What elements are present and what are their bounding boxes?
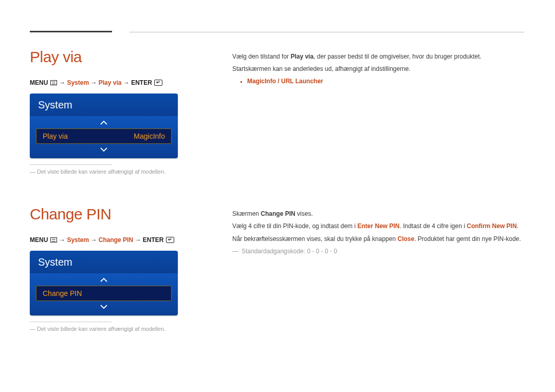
breadcrumb-enter-label: ENTER: [143, 236, 164, 244]
text-orange: Close: [397, 235, 414, 242]
bullet-icon: [240, 81, 242, 83]
bullet-text: MagicInfo / URL Launcher: [247, 78, 323, 85]
osd-panel-play-via: System Play via MagicInfo: [30, 94, 178, 158]
text-fragment: , der passer bedst til de omgivelser, hv…: [313, 53, 482, 60]
breadcrumb-menu-label: MENU: [30, 236, 48, 244]
enter-icon: [166, 237, 174, 243]
osd-row-change-pin[interactable]: Change PIN: [36, 286, 172, 301]
section-play-via-left: Play via MENU → System → Play via → ENTE…: [30, 48, 205, 176]
page-accent-bar: [30, 31, 112, 32]
osd-panel-title: System: [30, 251, 178, 273]
chevron-down-icon[interactable]: [36, 302, 172, 311]
arrow-icon: →: [59, 79, 67, 86]
play-via-desc-line2: Startskærmen kan se anderledes ud, afhæn…: [232, 64, 525, 74]
breadcrumb-system: System: [67, 236, 89, 244]
default-pin-note: Standardadgangskode: 0 - 0 - 0 - 0: [232, 246, 525, 256]
chevron-down-icon[interactable]: [36, 145, 172, 154]
change-pin-line1: Skærmen Change PIN vises.: [232, 209, 525, 219]
arrow-icon: →: [59, 236, 67, 244]
heading-play-via: Play via: [30, 48, 205, 66]
model-disclaimer: Det viste billede kan variere afhængigt …: [30, 325, 205, 333]
breadcrumb-item: Change PIN: [99, 236, 133, 244]
text-orange: Confirm New PIN: [467, 222, 516, 230]
change-pin-line3: Når bekræftelsesskærmen vises, skal du t…: [232, 234, 525, 244]
text-fragment: Vælg den tilstand for: [232, 53, 290, 60]
page-top-divider: [130, 32, 524, 32]
osd-panel-body: Play via MagicInfo: [30, 116, 178, 158]
enter-icon: [154, 80, 162, 86]
change-pin-line2: Vælg 4 cifre til din PIN-kode, og indtas…: [232, 221, 525, 231]
text-fragment: . Indtast de 4 cifre igen i: [399, 222, 467, 230]
section-play-via-right: Vælg den tilstand for Play via, der pass…: [232, 51, 525, 85]
section-change-pin-right: Skærmen Change PIN vises. Vælg 4 cifre t…: [232, 209, 525, 257]
arrow-icon: →: [90, 236, 98, 244]
breadcrumb-play-via: MENU → System → Play via → ENTER: [30, 79, 205, 86]
note-divider: [30, 322, 112, 322]
text-fragment: vises.: [295, 210, 313, 217]
menu-icon: [50, 80, 57, 85]
arrow-icon: →: [90, 79, 98, 86]
osd-row-play-via[interactable]: Play via MagicInfo: [36, 128, 172, 144]
arrow-icon: →: [135, 236, 142, 244]
osd-panel-change-pin: System Change PIN: [30, 251, 178, 315]
section-change-pin-left: Change PIN MENU → System → Change PIN → …: [30, 206, 205, 333]
breadcrumb-enter-label: ENTER: [131, 79, 152, 86]
breadcrumb-system: System: [67, 79, 89, 86]
text-fragment: .: [517, 222, 519, 230]
chevron-up-icon[interactable]: [36, 118, 172, 127]
osd-row-label: Change PIN: [43, 289, 82, 297]
osd-row-label: Play via: [43, 132, 68, 140]
osd-row-value: MagicInfo: [134, 132, 165, 140]
model-disclaimer: Det viste billede kan variere afhængigt …: [30, 168, 205, 176]
text-orange: Enter New PIN: [357, 222, 399, 230]
text-fragment: Når bekræftelsesskærmen vises, skal du t…: [232, 235, 397, 242]
osd-panel-title: System: [30, 94, 178, 116]
breadcrumb-menu-label: MENU: [30, 79, 48, 86]
text-bold: Play via: [290, 53, 313, 60]
bullet-magicinfo: MagicInfo / URL Launcher: [240, 78, 525, 85]
breadcrumb-change-pin: MENU → System → Change PIN → ENTER: [30, 236, 205, 244]
arrow-icon: →: [123, 79, 131, 86]
osd-panel-body: Change PIN: [30, 273, 178, 315]
note-divider: [30, 164, 112, 165]
breadcrumb-item: Play via: [99, 79, 122, 86]
text-fragment: Vælg 4 cifre til din PIN-kode, og indtas…: [232, 222, 357, 230]
play-via-desc-line1: Vælg den tilstand for Play via, der pass…: [232, 51, 525, 62]
menu-icon: [50, 237, 57, 242]
text-fragment: . Produktet har gemt din nye PIN-kode.: [414, 235, 521, 242]
heading-change-pin: Change PIN: [30, 206, 205, 223]
text-fragment: Skærmen: [232, 210, 261, 217]
text-bold: Change PIN: [261, 210, 295, 217]
chevron-up-icon[interactable]: [36, 275, 172, 285]
